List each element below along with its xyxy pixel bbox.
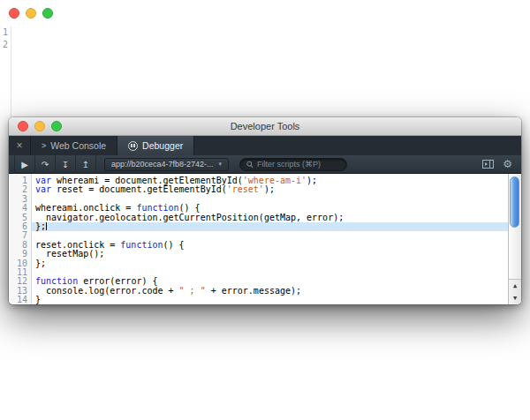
- tab-label: Debugger: [142, 140, 183, 151]
- code-token: );: [264, 184, 275, 194]
- line-number[interactable]: 4: [9, 204, 27, 213]
- console-chevron-icon: >: [42, 141, 46, 150]
- code-token: );: [307, 176, 317, 185]
- filter-scripts-box[interactable]: [239, 158, 347, 171]
- code-token: resetMap();: [35, 249, 104, 259]
- background-window: 1 2: [0, 0, 530, 117]
- step-in-button[interactable]: ↧: [56, 155, 76, 174]
- text-caret: [46, 222, 47, 230]
- line-number[interactable]: 1: [0, 26, 8, 39]
- code-token: function: [136, 203, 178, 213]
- background-line-number-gutter: 1 2: [0, 26, 11, 117]
- code-token: reset = document.getElementById(: [51, 184, 227, 194]
- code-line[interactable]: var reset = document.getElementById('res…: [32, 185, 508, 194]
- title-bar[interactable]: Developer Tools: [9, 117, 521, 136]
- line-number[interactable]: 14: [9, 296, 27, 304]
- resume-icon: ▶: [21, 160, 28, 169]
- gear-icon[interactable]: ⚙: [503, 159, 512, 169]
- step-in-icon: ↧: [62, 160, 69, 169]
- code-token: navigator.geolocation.getCurrentPosition…: [35, 213, 344, 222]
- code-token: () {: [163, 240, 185, 250]
- code-line[interactable]: };: [32, 222, 508, 231]
- step-over-button[interactable]: ↷: [35, 155, 56, 174]
- code-line[interactable]: }: [32, 296, 508, 304]
- vertical-scrollbar[interactable]: ▲ ▼: [508, 174, 521, 304]
- code-line[interactable]: navigator.geolocation.getCurrentPosition…: [32, 214, 508, 222]
- screen: 1 2 Developer Tools × > Web Console Debu…: [0, 0, 530, 420]
- close-window-icon[interactable]: [9, 8, 19, 19]
- step-out-button[interactable]: ↥: [76, 155, 96, 174]
- line-number[interactable]: 2: [0, 39, 8, 51]
- source-editor[interactable]: 1234567891011121314 var whereami = docum…: [9, 174, 521, 304]
- source-file-dropdown[interactable]: app://b20ceca4-7fb8-2742-... ▾: [104, 158, 229, 171]
- code-line[interactable]: console.log(error.code + " ; " + error.m…: [32, 287, 508, 296]
- resume-button[interactable]: ▶: [14, 155, 35, 174]
- code-token: 'where-am-i': [243, 176, 307, 185]
- toolbar-right-group: ⚙: [482, 159, 516, 169]
- step-over-icon: ↷: [42, 160, 49, 169]
- code-token: };: [35, 221, 46, 231]
- line-number[interactable]: 9: [9, 250, 27, 259]
- code-token: var: [35, 176, 51, 185]
- window-controls: [18, 121, 62, 131]
- code-token: 'reset': [227, 184, 264, 194]
- scroll-up-button[interactable]: ▲: [509, 280, 521, 292]
- minimize-window-icon[interactable]: [34, 121, 45, 131]
- filter-scripts-input[interactable]: [257, 160, 340, 169]
- code-token: error(error) {: [78, 276, 157, 286]
- code-area[interactable]: var whereami = document.getElementById('…: [32, 174, 508, 304]
- window-title: Developer Tools: [231, 121, 300, 131]
- code-token: function: [120, 240, 163, 250]
- code-token: };: [35, 259, 46, 268]
- code-token: " ; ": [179, 286, 206, 296]
- tab-debugger[interactable]: Debugger: [117, 136, 194, 155]
- code-token: console.log(error.code +: [35, 286, 179, 296]
- minimize-window-icon[interactable]: [26, 8, 36, 19]
- code-line[interactable]: };: [32, 259, 508, 268]
- debugger-toolbar: ▶ ↷ ↧ ↥ app://b20ceca4-7fb8-2742-... ▾: [9, 155, 521, 174]
- zoom-window-icon[interactable]: [42, 8, 53, 19]
- code-token: var: [35, 184, 51, 194]
- close-devtools-button[interactable]: ×: [9, 136, 31, 155]
- close-window-icon[interactable]: [18, 121, 28, 131]
- step-out-icon: ↥: [82, 160, 89, 169]
- code-token: + error.message);: [206, 286, 301, 296]
- chevron-down-icon: ▾: [219, 161, 223, 168]
- devtools-tab-bar: × > Web Console Debugger: [9, 136, 521, 155]
- code-token: }: [35, 295, 41, 304]
- tab-label: Web Console: [50, 140, 106, 151]
- background-window-controls: [9, 8, 53, 19]
- scrollbar-thumb[interactable]: [510, 176, 519, 228]
- code-token: whereami.onclick =: [35, 203, 136, 213]
- scrollbar-arrows: ▲ ▼: [509, 279, 521, 304]
- source-file-label: app://b20ceca4-7fb8-2742-...: [111, 160, 214, 169]
- toggle-panes-icon[interactable]: [482, 160, 494, 169]
- code-token: reset.onclick =: [35, 240, 120, 250]
- scroll-down-button[interactable]: ▼: [509, 292, 521, 304]
- tab-web-console[interactable]: > Web Console: [31, 136, 117, 155]
- code-token: whereami = document.getElementById(: [51, 176, 243, 185]
- search-icon: [246, 161, 254, 169]
- developer-tools-window: Developer Tools × > Web Console Debugger…: [9, 117, 521, 304]
- zoom-window-icon[interactable]: [51, 121, 62, 131]
- code-token: () {: [179, 203, 201, 213]
- code-token: function: [35, 276, 78, 286]
- line-number-gutter: 1234567891011121314: [9, 174, 32, 304]
- debugger-pause-icon: [128, 141, 138, 151]
- code-line[interactable]: resetMap();: [32, 250, 508, 259]
